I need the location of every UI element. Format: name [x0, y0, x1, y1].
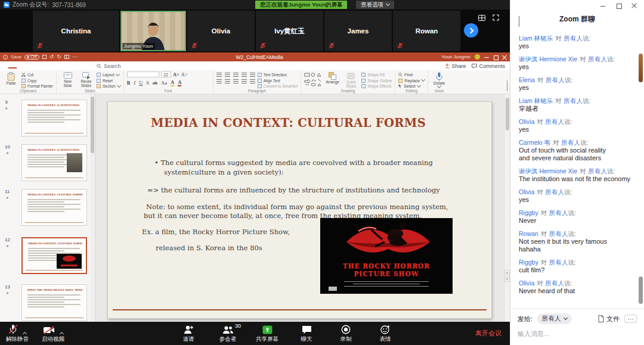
- slide-thumbnail[interactable]: MEDIA IN CONTEXT: 2) INSTITUTION: [21, 144, 87, 181]
- columns-icon[interactable]: [250, 79, 255, 83]
- minimize-icon[interactable]: [600, 3, 606, 8]
- align-text-button[interactable]: Align Text: [258, 79, 298, 83]
- chat-audience[interactable]: 所有人: [546, 118, 565, 125]
- reactions-button[interactable]: 表情: [369, 324, 402, 343]
- change-case-button[interactable]: Aa: [161, 80, 167, 86]
- menu-tab[interactable]: [58, 63, 67, 69]
- next-slide-button[interactable]: [504, 276, 510, 282]
- redo-icon[interactable]: ↻: [57, 54, 61, 60]
- maximize-icon[interactable]: [493, 55, 498, 60]
- chat-audience[interactable]: 所有人: [549, 259, 568, 266]
- select-button[interactable]: Select: [398, 84, 425, 88]
- chat-sender[interactable]: Rowan: [519, 230, 538, 237]
- smartart-button[interactable]: Convert to SmartArt: [258, 84, 298, 88]
- comments-button[interactable]: Comments: [472, 63, 505, 69]
- minimize-icon[interactable]: [484, 55, 489, 60]
- bullets-icon[interactable]: [216, 73, 222, 77]
- participant-tile[interactable]: James James: [324, 11, 392, 51]
- bold-button[interactable]: B: [127, 80, 131, 86]
- chat-sender[interactable]: Olivia: [519, 188, 534, 195]
- quick-styles-button[interactable]: Quick Styles: [343, 72, 359, 88]
- chat-sender[interactable]: Riggby: [519, 259, 538, 266]
- replace-button[interactable]: Replace: [398, 79, 425, 83]
- close-icon[interactable]: [502, 55, 507, 60]
- italic-button[interactable]: I: [134, 80, 135, 86]
- undo-icon[interactable]: ↺: [49, 54, 54, 60]
- account-avatar[interactable]: [475, 54, 480, 60]
- record-button[interactable]: 录制: [329, 324, 363, 343]
- chat-audience[interactable]: 所有人: [546, 279, 565, 287]
- menu-tab[interactable]: [17, 63, 25, 69]
- menu-tab[interactable]: [67, 63, 75, 69]
- close-icon[interactable]: [631, 3, 637, 8]
- chat-input[interactable]: 输入消息...: [518, 330, 637, 338]
- chat-audience[interactable]: 所有人: [549, 209, 568, 216]
- paste-button[interactable]: Paste: [3, 72, 19, 86]
- section-button[interactable]: Section: [97, 84, 120, 88]
- menu-tab[interactable]: [42, 63, 50, 69]
- shape-outline-button[interactable]: Shape Outline: [361, 79, 392, 83]
- align-center-icon[interactable]: [225, 79, 230, 83]
- font-color-button[interactable]: A: [178, 79, 181, 86]
- save-icon[interactable]: [42, 55, 47, 59]
- gallery-view-icon[interactable]: [478, 15, 485, 21]
- customize-toolbar-icon[interactable]: ⋯: [72, 54, 78, 60]
- grow-font-icon[interactable]: A˄: [173, 72, 179, 77]
- chat-audience[interactable]: 所有人: [546, 188, 565, 195]
- file-button[interactable]: 文件: [598, 315, 620, 324]
- participant-tile[interactable]: Jungmo Youn Jungmo Youn: [120, 11, 186, 51]
- autosave-toggle[interactable]: Off: [24, 55, 39, 60]
- participant-tile[interactable]: Rowan Rowan: [393, 11, 460, 51]
- underline-button[interactable]: U: [139, 80, 143, 86]
- font-name-select[interactable]: [127, 72, 159, 77]
- numbering-icon[interactable]: [225, 73, 230, 77]
- format-painter-button[interactable]: Format Painter: [21, 84, 53, 88]
- text-direction-button[interactable]: Text Direction: [258, 73, 298, 77]
- indent-decrease-icon[interactable]: [233, 73, 239, 77]
- menu-tab[interactable]: [83, 63, 92, 69]
- line-spacing-icon[interactable]: [250, 73, 255, 77]
- indent-increase-icon[interactable]: [242, 73, 247, 77]
- collapse-ribbon-icon[interactable]: [507, 81, 507, 92]
- chat-sender[interactable]: Riggby: [519, 209, 538, 216]
- reset-button[interactable]: Reset: [97, 79, 120, 83]
- next-participants-button[interactable]: [464, 23, 478, 38]
- leave-meeting-button[interactable]: 离开会议: [475, 329, 501, 338]
- menu-tab[interactable]: [25, 63, 33, 69]
- chat-sender[interactable]: Elena: [519, 76, 535, 83]
- justify-icon[interactable]: [242, 79, 247, 83]
- chat-audience[interactable]: 所有人: [546, 76, 565, 83]
- chat-sender[interactable]: Liam 林铭乐: [519, 35, 553, 42]
- share-screen-button[interactable]: 共享屏幕: [250, 324, 284, 343]
- shape-effects-button[interactable]: Shape Effects: [361, 84, 392, 88]
- share-button[interactable]: Share: [445, 63, 466, 69]
- cut-button[interactable]: Cut: [21, 73, 53, 77]
- chat-button[interactable]: 聊天: [290, 324, 323, 343]
- more-options-button[interactable]: ⋯: [624, 315, 637, 323]
- search-box[interactable]: Search: [97, 63, 121, 69]
- chat-scrollbar-thumb[interactable]: [639, 276, 643, 304]
- new-slide-button[interactable]: New Slide: [60, 72, 76, 88]
- arrange-button[interactable]: Arrange: [324, 72, 340, 85]
- strikethrough-button[interactable]: ab: [153, 80, 157, 86]
- thumbnail-scrollbar[interactable]: [90, 94, 95, 322]
- menu-tab[interactable]: [33, 63, 42, 69]
- slide-thumbnail[interactable]: MEDIA IN CONTEXT: CULTURAL FORMS: [21, 237, 87, 274]
- unmute-button[interactable]: 解除静音: [6, 324, 29, 343]
- chat-audience[interactable]: 所有人: [561, 139, 580, 146]
- start-video-button[interactable]: 启动视频: [42, 324, 64, 343]
- send-to-dropdown[interactable]: 所有人: [537, 313, 572, 324]
- participant-tile[interactable]: Ivy黄红玉 Ivy黄红玉: [256, 11, 323, 51]
- menu-tab[interactable]: [0, 63, 8, 69]
- chat-audience[interactable]: 所有人: [588, 167, 607, 175]
- shapes-gallery-icon[interactable]: [304, 73, 322, 87]
- slide-thumbnail[interactable]: WHAT THE MEDIA REALLY DOES: MEDIATION: [21, 284, 87, 321]
- slide-thumbnail[interactable]: MEDIA IN CONTEXT: CULTURAL FORMS: [21, 189, 87, 226]
- slideshow-icon[interactable]: [64, 55, 69, 59]
- maximize-icon[interactable]: [616, 3, 621, 8]
- shadow-button[interactable]: S: [146, 80, 149, 86]
- participant-tile[interactable]: Christina Christina: [33, 11, 119, 51]
- slide-thumbnail[interactable]: MEDIA IN CONTEXT: 2) INSTITUTION: [21, 100, 87, 136]
- fullscreen-icon[interactable]: [493, 14, 499, 21]
- scrollbar-thumb[interactable]: [91, 97, 94, 153]
